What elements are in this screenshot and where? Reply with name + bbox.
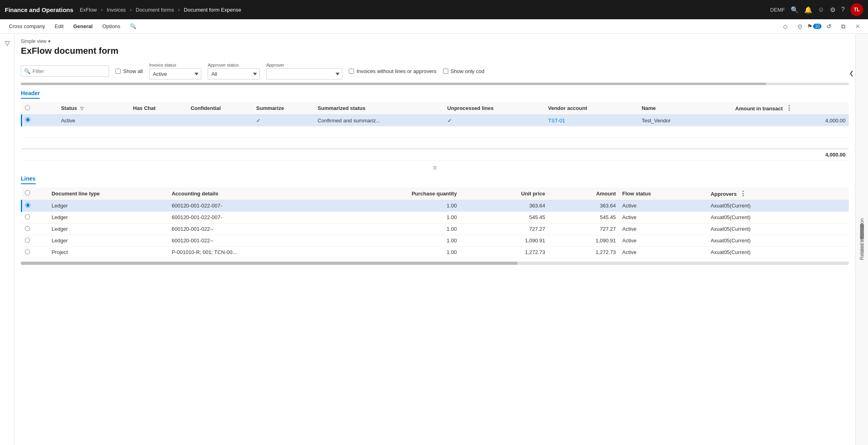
line-row-2-approvers: Axuat05(Current) — [707, 223, 849, 235]
header-total-row: 4,000.00 — [22, 149, 849, 161]
line-row-0-unit: 363.64 — [460, 200, 548, 211]
line-row-1-radio[interactable] — [25, 214, 30, 219]
th-vendor-account: Vendor account — [545, 102, 638, 115]
show-only-cod-checkbox[interactable] — [443, 69, 448, 74]
bottom-scrollbar-thumb — [21, 262, 518, 265]
line-row-2-radio-cell — [22, 223, 49, 235]
approver-status-select[interactable]: All Active Inactive — [208, 68, 260, 79]
header-table-header-row: Status ▽ Has Chat Confidential Summarize… — [22, 102, 849, 115]
filter-icon-button[interactable]: ▽ — [3, 38, 11, 49]
header-row-radio[interactable] — [25, 117, 30, 122]
section-divider[interactable]: ≡ — [21, 161, 849, 175]
menu-cross-company[interactable]: Cross company — [5, 22, 49, 31]
lines-select-all-radio[interactable] — [25, 190, 30, 195]
line-row-0-approvers: Axuat05(Current) — [707, 200, 849, 211]
lines-table-row[interactable]: Project P-001010-R; 001; TCN-00... 1.00 … — [22, 246, 849, 258]
env-label: DEMF — [770, 7, 785, 13]
show-only-cod-wrap: Show only cod — [443, 68, 485, 74]
vendor-account-link[interactable]: TST-01 — [548, 118, 565, 124]
th-has-chat: Has Chat — [130, 102, 188, 115]
view-selector[interactable]: Simple view ▾ — [21, 39, 849, 44]
line-row-0-radio[interactable] — [25, 203, 30, 208]
bottom-scrollbar[interactable] — [21, 262, 849, 265]
breadcrumb-sep-2: › — [130, 6, 132, 13]
approver-status-group: Approver status All Active Inactive — [208, 63, 260, 79]
line-row-2-flow: Active — [619, 223, 707, 235]
th-lines-amount: Amount — [548, 187, 619, 200]
menu-edit[interactable]: Edit — [51, 22, 67, 31]
settings-icon[interactable]: ⚙ — [830, 6, 836, 14]
lines-table-row[interactable]: Ledger 600120-001-022-- 1.00 1,090.91 1,… — [22, 235, 849, 246]
lines-table-row[interactable]: Ledger 600120-001-022-- 1.00 727.27 727.… — [22, 223, 849, 235]
header-table-body: Active ✓ Confirmed and summariz... ✓ TST… — [22, 115, 849, 161]
header-total-amount: 4,000.00 — [732, 149, 849, 161]
line-row-4-doctype: Project — [49, 246, 169, 258]
breadcrumb-invoices[interactable]: Invoices — [107, 7, 126, 13]
breadcrumb-docforms[interactable]: Document forms — [136, 7, 174, 13]
view-label: Simple view — [21, 39, 47, 44]
invoice-status-group: Invoice status Active All Inactive — [149, 63, 201, 79]
header-table-row[interactable]: Active ✓ Confirmed and summariz... ✓ TST… — [22, 115, 849, 126]
line-row-3-unit: 1,090.91 — [460, 235, 548, 246]
menu-search-icon[interactable]: 🔍 — [126, 22, 140, 31]
refresh-icon[interactable]: ↺ — [823, 21, 834, 32]
show-all-checkbox[interactable] — [115, 69, 121, 74]
line-row-4-radio[interactable] — [25, 249, 30, 254]
line-row-2-radio[interactable] — [25, 226, 30, 231]
open-new-icon[interactable]: ⧉ — [838, 21, 849, 32]
approver-select[interactable] — [266, 68, 342, 79]
invoice-status-select[interactable]: Active All Inactive — [149, 68, 201, 79]
th-status: Status ▽ — [58, 102, 130, 115]
line-row-3-approvers: Axuat05(Current) — [707, 235, 849, 246]
lines-table-row[interactable]: Ledger 600120-001-022-007- 1.00 363.64 3… — [22, 200, 849, 211]
lines-table-head: Document line type Accounting details Pu… — [22, 187, 849, 200]
line-row-1-unit: 545.45 — [460, 211, 548, 223]
top-navigation: Finance and Operations ExFlow › Invoices… — [0, 0, 868, 19]
more-columns-btn[interactable]: ⋮ — [784, 105, 794, 112]
header-select-all-radio[interactable] — [25, 105, 30, 110]
badge-icon[interactable]: ⚑10 — [809, 21, 820, 32]
collapse-left-arrow[interactable]: ❮ — [849, 70, 854, 76]
breadcrumb-docform-expense[interactable]: Document form Expense — [184, 7, 241, 13]
close-icon[interactable]: ✕ — [852, 21, 863, 32]
notifications-icon[interactable]: 🔔 — [804, 6, 812, 14]
summarize-check-icon: ✓ — [256, 118, 261, 124]
related-info-label[interactable]: Related information — [858, 215, 866, 263]
diamond-icon[interactable]: ◇ — [780, 21, 791, 32]
status-filter-icon[interactable]: ▽ — [80, 106, 83, 111]
lines-table-row[interactable]: Ledger 600120-001-022-007- 1.00 545.45 5… — [22, 211, 849, 223]
help-icon[interactable]: ? — [841, 6, 845, 13]
menu-general[interactable]: General — [69, 22, 97, 31]
filter-input[interactable] — [21, 65, 109, 77]
unprocessed-check-icon: ✓ — [447, 118, 452, 124]
adjust-icon[interactable]: ⊙ — [794, 21, 805, 32]
lines-more-columns-btn[interactable]: ⋮ — [738, 190, 748, 197]
th-flag — [43, 102, 58, 115]
th-confidential: Confidential — [187, 102, 253, 115]
filter-scroll-thumb — [21, 83, 766, 85]
line-row-0-doctype: Ledger — [49, 200, 169, 211]
line-row-2-qty: 1.00 — [345, 223, 460, 235]
search-icon[interactable]: 🔍 — [791, 6, 799, 14]
filter-row: 🔍 Show all Invoice status Active All Ina… — [21, 63, 849, 79]
breadcrumb-exflow[interactable]: ExFlow — [80, 7, 97, 13]
line-row-1-approvers: Axuat05(Current) — [707, 211, 849, 223]
menu-bar-right-icons: ◇ ⊙ ⚑10 ↺ ⧉ ✕ — [780, 21, 863, 32]
line-row-4-qty: 1.00 — [345, 246, 460, 258]
header-total-spacer — [22, 149, 732, 161]
right-panel: ❮ Related information — [855, 34, 868, 445]
sidebar-left: ▽ — [0, 34, 14, 445]
header-row-chat — [130, 115, 188, 126]
menu-options[interactable]: Options — [98, 22, 124, 31]
invoices-no-lines-checkbox[interactable] — [349, 69, 354, 74]
line-row-3-radio[interactable] — [25, 238, 30, 243]
invoices-no-lines-label: Invoices without lines or approvers — [356, 68, 436, 74]
emoji-icon[interactable]: ☺ — [818, 6, 824, 13]
header-section-label: Header — [21, 90, 40, 99]
avatar[interactable]: TL — [850, 3, 863, 16]
lines-section-label: Lines — [21, 175, 36, 184]
line-row-1-acct: 600120-001-022-007- — [168, 211, 345, 223]
filter-scroll-track[interactable] — [21, 83, 849, 85]
breadcrumb-sep-1: › — [101, 6, 103, 13]
header-row-status: Active — [58, 115, 130, 126]
